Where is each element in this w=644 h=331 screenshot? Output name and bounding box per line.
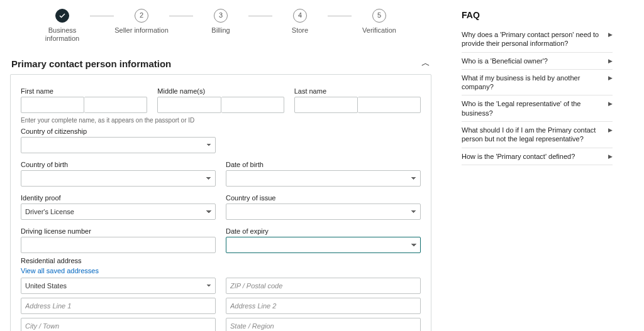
faq-question: Who is the 'Legal representative' of the… [462,99,603,117]
middle-name-input-2[interactable] [221,97,284,113]
triangle-right-icon: ▶ [608,153,613,161]
faq-item[interactable]: Who is the 'Legal representative' of the… [462,95,613,122]
date-of-expiry-select[interactable] [226,237,421,253]
address-country-select[interactable]: United States [21,278,216,294]
date-of-expiry-label: Date of expiry [226,227,421,235]
birth-country-label: Country of birth [21,161,216,168]
step-business-information: Business information [35,9,90,43]
name-hint: Enter your complete name, as it appears … [21,117,421,124]
faq-item[interactable]: What if my business is held by another c… [462,70,613,96]
identity-proof-label: Identity proof [21,194,216,202]
first-name-label: First name [21,87,147,95]
faq-item[interactable]: What should I do if I am the Primary con… [462,122,613,148]
address-line-1-input[interactable] [21,298,216,314]
faq-item[interactable]: Who is a 'Beneficial owner'? ▶ [462,53,613,70]
step-circle: 2 [135,9,148,23]
dob-label: Date of birth [226,161,421,168]
last-name-input[interactable] [294,97,358,113]
step-label: Seller information [114,26,169,35]
progress-stepper: Business information 2 Seller informatio… [10,9,431,43]
step-label: Verification [362,26,396,35]
address-line-2-input[interactable] [226,298,421,314]
identity-proof-select[interactable]: Driver's License [21,203,216,220]
step-label: Store [292,26,308,35]
section-header[interactable]: Primary contact person information ︿ [10,55,431,74]
middle-name-input[interactable] [157,97,221,113]
step-label: Business information [35,26,90,43]
step-label: Billing [211,26,230,35]
step-circle: 4 [293,9,307,23]
faq-question: How is the 'Primary contact' defined? [462,152,603,161]
country-of-issue-label: Country of issue [226,194,421,202]
step-connector [248,16,272,16]
residential-address-label: Residential address [21,257,421,264]
view-saved-addresses-link[interactable]: View all saved addresses [21,267,99,274]
triangle-right-icon: ▶ [608,58,613,65]
faq-panel: FAQ Why does a 'Primary contact person' … [462,8,613,331]
section-title: Primary contact person information [11,58,171,69]
step-circle: 5 [372,9,386,23]
faq-question: What if my business is held by another c… [462,73,603,92]
faq-item[interactable]: How is the 'Primary contact' defined? ▶ [462,148,613,165]
city-input[interactable] [21,318,216,331]
faq-title: FAQ [462,10,613,20]
triangle-right-icon: ▶ [608,31,613,39]
last-name-input-2[interactable] [358,97,421,113]
middle-names-label: Middle name(s) [157,87,284,95]
first-name-input[interactable] [21,97,84,113]
faq-question: What should I do if I am the Primary con… [462,126,603,144]
citizenship-select[interactable] [21,137,216,153]
step-connector [90,16,114,16]
step-connector [169,16,193,16]
contact-form-card: First name Middle name(s) Last name [10,74,431,331]
chevron-up-icon: ︿ [421,58,430,69]
step-seller-information: 2 Seller information [114,9,169,35]
dob-select[interactable] [226,170,421,187]
country-of-issue-select[interactable] [226,203,421,220]
birth-country-select[interactable] [21,170,216,187]
step-circle: 3 [214,9,228,23]
step-billing: 3 Billing [193,9,248,35]
license-number-input[interactable] [21,237,216,253]
last-name-label: Last name [294,87,421,95]
check-icon [58,12,66,19]
zip-input[interactable] [226,278,421,294]
triangle-right-icon: ▶ [608,75,613,82]
triangle-right-icon: ▶ [608,127,613,134]
step-circle-done [55,9,69,23]
faq-question: Why does a 'Primary contact person' need… [462,30,603,48]
step-verification: 5 Verification [352,9,407,35]
triangle-right-icon: ▶ [608,100,613,108]
faq-item[interactable]: Why does a 'Primary contact person' need… [462,26,613,53]
first-name-input-2[interactable] [84,97,147,113]
faq-question: Who is a 'Beneficial owner'? [462,57,603,65]
step-store: 4 Store [272,9,328,35]
step-connector [328,16,352,16]
citizenship-label: Country of citizenship [21,128,421,135]
state-input[interactable] [226,318,421,331]
license-number-label: Driving license number [21,227,216,235]
